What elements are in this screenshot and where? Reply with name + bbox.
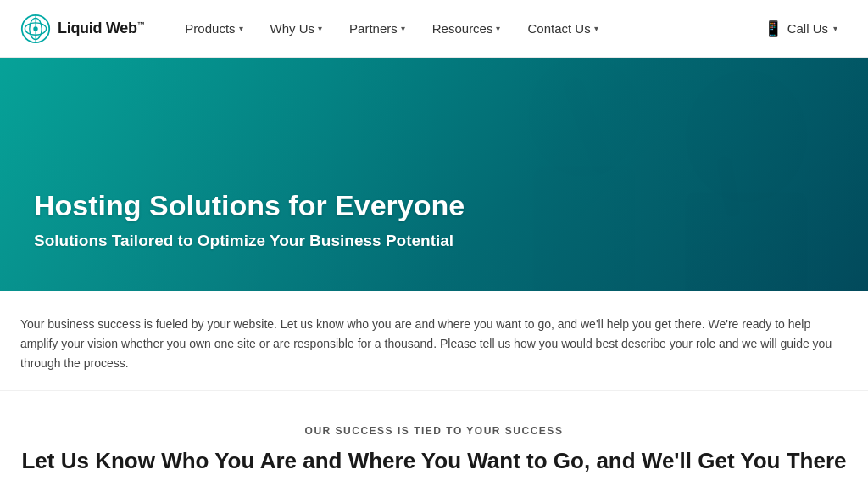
success-tagline: OUR SUCCESS IS TIED TO YOUR SUCCESS (20, 425, 848, 437)
hero-overlay (0, 58, 868, 291)
hero-section: Hosting Solutions for Everyone Solutions… (0, 58, 868, 291)
nav-item-why-us[interactable]: Why Us ▾ (257, 0, 337, 58)
nav-item-resources[interactable]: Resources ▾ (419, 0, 515, 58)
call-us-button[interactable]: 📱 Call Us ▾ (754, 0, 848, 58)
logo-text: Liquid Web™ (58, 20, 144, 37)
logo-icon (20, 14, 51, 44)
hero-title: Hosting Solutions for Everyone (34, 188, 465, 223)
nav-item-partners[interactable]: Partners ▾ (336, 0, 419, 58)
body-paragraph: Your business success is fueled by your … (20, 315, 848, 373)
logo[interactable]: Liquid Web™ (20, 14, 144, 44)
chevron-down-icon: ▾ (318, 24, 322, 33)
nav-item-contact-us[interactable]: Contact Us ▾ (514, 0, 611, 58)
success-section: OUR SUCCESS IS TIED TO YOUR SUCCESS Let … (0, 391, 868, 492)
hero-subtitle: Solutions Tailored to Optimize Your Busi… (34, 232, 465, 250)
chevron-down-icon: ▾ (496, 24, 500, 33)
nav-links: Products ▾ Why Us ▾ Partners ▾ Resources… (171, 0, 753, 58)
nav-item-products[interactable]: Products ▾ (171, 0, 256, 58)
phone-icon: 📱 (764, 20, 782, 38)
chevron-down-icon: ▾ (594, 24, 598, 33)
chevron-down-icon: ▾ (239, 24, 243, 33)
chevron-down-icon: ▾ (833, 24, 837, 33)
body-text-section: Your business success is fueled by your … (0, 291, 868, 391)
nav-right: 📱 Call Us ▾ (754, 0, 848, 58)
chevron-down-icon: ▾ (401, 24, 405, 33)
success-heading: Let Us Know Who You Are and Where You Wa… (20, 447, 848, 476)
hero-content: Hosting Solutions for Everyone Solutions… (34, 188, 465, 250)
navbar: Liquid Web™ Products ▾ Why Us ▾ Partners… (0, 0, 868, 58)
